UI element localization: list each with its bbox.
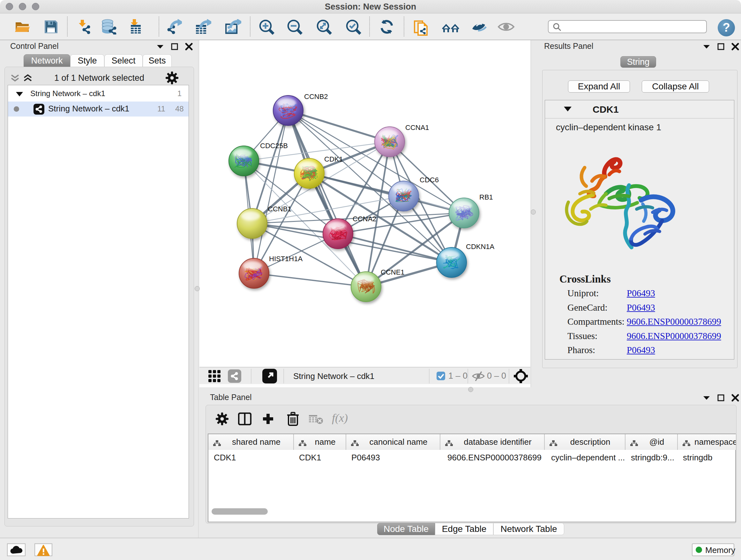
svg-text:CCNB1: CCNB1 bbox=[268, 205, 292, 213]
svg-text:CCNE1: CCNE1 bbox=[381, 268, 405, 276]
svg-text:CCNA2: CCNA2 bbox=[353, 215, 377, 223]
svg-text:CCNB2: CCNB2 bbox=[304, 92, 328, 101]
svg-text:RB1: RB1 bbox=[479, 193, 493, 201]
svg-text:HIST1H1A: HIST1H1A bbox=[269, 255, 302, 263]
svg-text:CDKN1A: CDKN1A bbox=[466, 243, 495, 251]
svg-text:CDC6: CDC6 bbox=[420, 176, 439, 184]
svg-text:CDK1: CDK1 bbox=[324, 155, 343, 163]
svg-text:CDC25B: CDC25B bbox=[260, 142, 288, 150]
svg-text:CCNA1: CCNA1 bbox=[405, 124, 429, 132]
